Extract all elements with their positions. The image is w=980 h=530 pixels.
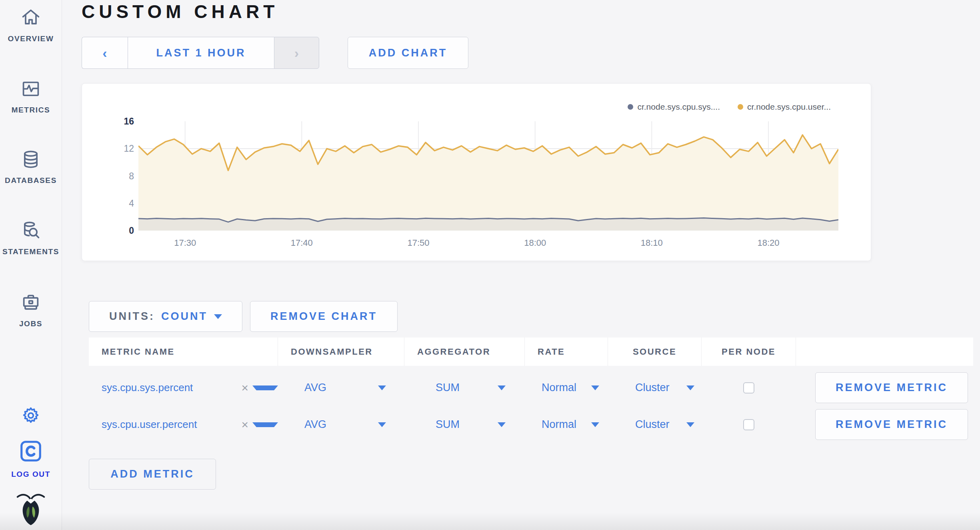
y-tick-label: 12	[102, 143, 134, 154]
table-row: sys.cpu.sys.percent × AVG SUM Normal Clu…	[89, 372, 973, 403]
legend-item-sys[interactable]: cr.node.sys.cpu.sys....	[628, 102, 720, 112]
sidebar-item-metrics[interactable]: METRICS	[0, 78, 62, 114]
sidebar-item-overview[interactable]: OVERVIEW	[0, 7, 62, 43]
remove-chart-button[interactable]: REMOVE CHART	[250, 301, 398, 332]
remove-metric-button[interactable]: REMOVE METRIC	[815, 372, 968, 403]
chart-canvas	[138, 121, 838, 231]
settings-button[interactable]	[0, 406, 62, 427]
legend-dot-user	[738, 104, 743, 110]
jobs-icon	[20, 292, 41, 313]
caret-down-icon[interactable]	[252, 385, 278, 390]
gear-icon	[21, 406, 40, 425]
column-header-aggregator: AGGREGATOR	[404, 337, 525, 366]
y-tick-label: 16	[102, 116, 134, 127]
x-tick-label: 18:20	[744, 238, 792, 248]
per-node-checkbox[interactable]	[743, 419, 754, 430]
downsampler-select[interactable]: AVG	[304, 418, 326, 431]
column-header-per-node: PER NODE	[702, 337, 796, 366]
caret-down-icon[interactable]	[591, 385, 599, 390]
units-label: UNITS:	[109, 310, 155, 323]
metrics-icon	[20, 78, 41, 99]
sidebar-item-label: METRICS	[0, 106, 62, 114]
sidebar-item-label: STATEMENTS	[0, 247, 62, 256]
add-metric-button[interactable]: ADD METRIC	[89, 459, 216, 490]
sidebar-item-label: JOBS	[0, 319, 62, 328]
x-tick-label: 18:10	[628, 238, 676, 248]
x-tick-label: 18:00	[511, 238, 559, 248]
chart-legend: cr.node.sys.cpu.sys.... cr.node.sys.cpu.…	[628, 102, 831, 112]
time-range-dropdown[interactable]: LAST 1 HOUR	[128, 37, 274, 69]
chevron-left-icon: ‹	[102, 46, 107, 60]
column-header-rate: RATE	[525, 337, 608, 366]
time-range-prev-button[interactable]: ‹	[82, 37, 128, 69]
x-tick-label: 17:50	[394, 238, 442, 248]
main-content: CUSTOM CHART ‹ LAST 1 HOUR › ADD CHART c…	[62, 0, 980, 530]
legend-item-user[interactable]: cr.node.sys.cpu.user...	[738, 102, 831, 112]
clear-icon[interactable]: ×	[241, 381, 248, 395]
statements-icon	[20, 220, 41, 241]
units-value: COUNT	[161, 310, 208, 323]
column-header-actions	[796, 337, 973, 366]
units-dropdown[interactable]: UNITS: COUNT	[89, 301, 242, 332]
page-title: CUSTOM CHART	[82, 1, 278, 22]
time-range-next-button[interactable]: ›	[274, 37, 319, 69]
cockroach-c-icon	[18, 439, 43, 464]
source-select[interactable]: Cluster	[635, 418, 670, 431]
legend-label-sys: cr.node.sys.cpu.sys....	[637, 102, 720, 112]
y-tick-label: 8	[102, 171, 134, 182]
x-tick-label: 17:40	[278, 238, 326, 248]
source-select[interactable]: Cluster	[635, 381, 670, 394]
rate-select[interactable]: Normal	[542, 418, 576, 431]
sidebar-item-label: OVERVIEW	[0, 34, 62, 43]
time-range-selector: ‹ LAST 1 HOUR ›	[82, 37, 319, 69]
home-icon	[20, 7, 41, 28]
caret-down-icon	[214, 314, 222, 319]
cockroach-bug-icon	[16, 492, 46, 526]
caret-down-icon[interactable]	[498, 385, 506, 390]
sidebar-item-databases[interactable]: DATABASES	[0, 149, 62, 185]
remove-metric-button[interactable]: REMOVE METRIC	[815, 409, 968, 440]
sidebar-item-statements[interactable]: STATEMENTS	[0, 220, 62, 256]
caret-down-icon[interactable]	[378, 422, 386, 427]
table-row: sys.cpu.user.percent × AVG SUM Normal Cl…	[89, 409, 973, 440]
caret-down-icon[interactable]	[252, 422, 278, 427]
metric-name-select[interactable]: sys.cpu.user.percent	[89, 418, 241, 431]
time-range-label: LAST 1 HOUR	[156, 47, 246, 59]
database-icon	[20, 149, 41, 170]
cockroach-logo	[0, 492, 62, 528]
aggregator-select[interactable]: SUM	[436, 381, 460, 394]
rate-select[interactable]: Normal	[542, 381, 576, 394]
metrics-table-header: METRIC NAME DOWNSAMPLER AGGREGATOR RATE …	[89, 337, 973, 366]
caret-down-icon[interactable]	[591, 422, 599, 427]
metric-name-select[interactable]: sys.cpu.sys.percent	[89, 381, 241, 394]
column-header-downsampler: DOWNSAMPLER	[278, 337, 404, 366]
downsampler-select[interactable]: AVG	[304, 381, 326, 394]
logout-label: LOG OUT	[0, 470, 62, 479]
aggregator-select[interactable]: SUM	[436, 418, 460, 431]
y-tick-label: 0	[102, 225, 134, 236]
chart-panel: cr.node.sys.cpu.sys.... cr.node.sys.cpu.…	[82, 83, 871, 261]
sidebar-item-jobs[interactable]: JOBS	[0, 292, 62, 328]
time-series-plot[interactable]	[138, 121, 838, 231]
x-tick-label: 17:30	[161, 238, 209, 248]
caret-down-icon[interactable]	[378, 385, 386, 390]
column-header-metric-name: METRIC NAME	[89, 337, 278, 366]
caret-down-icon[interactable]	[686, 385, 694, 390]
add-chart-button[interactable]: ADD CHART	[348, 37, 468, 69]
column-header-source: SOURCE	[608, 337, 702, 366]
clear-icon[interactable]: ×	[241, 418, 248, 432]
caret-down-icon[interactable]	[686, 422, 694, 427]
legend-label-user: cr.node.sys.cpu.user...	[747, 102, 831, 112]
legend-dot-sys	[628, 104, 633, 110]
per-node-checkbox[interactable]	[743, 382, 754, 393]
logout-button[interactable]: LOG OUT	[0, 439, 62, 479]
y-tick-label: 4	[102, 198, 134, 209]
sidebar-item-label: DATABASES	[0, 176, 62, 185]
caret-down-icon[interactable]	[498, 422, 506, 427]
chevron-right-icon: ›	[294, 46, 299, 60]
sidebar: OVERVIEW METRICS DATABASES	[0, 0, 62, 530]
